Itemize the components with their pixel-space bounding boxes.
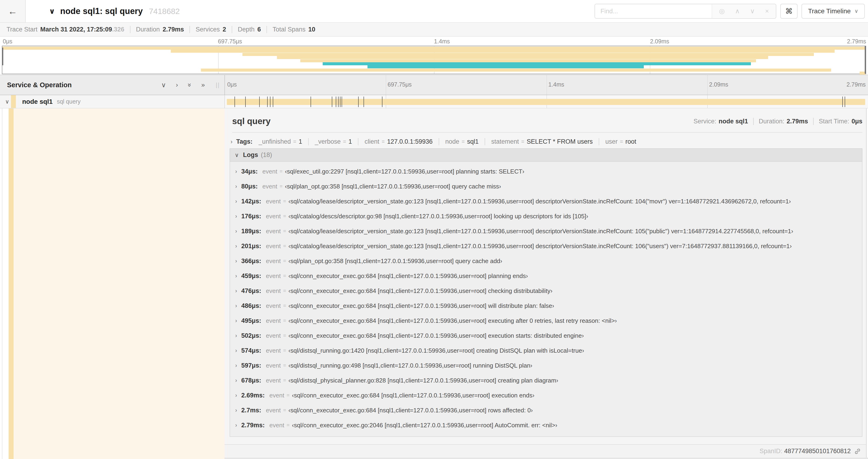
log-entry-row[interactable]: › 142μs: event = ‹sql/catalog/lease/desc… — [230, 194, 862, 209]
range-scrubber-left[interactable] — [2, 47, 3, 65]
equals-sign: = — [283, 333, 286, 339]
equals-sign: = — [283, 213, 286, 219]
timeline-tick: 1.4ms — [548, 81, 564, 88]
span-meta-item: Service: node sql1 — [693, 118, 748, 125]
log-field-key: event — [266, 377, 281, 384]
log-entry-row[interactable]: › 486μs: event = ‹sql/conn_executor_exec… — [230, 298, 862, 313]
log-entry-row[interactable]: › 176μs: event = ‹sql/catalog/descs/desc… — [230, 209, 862, 224]
prev-result-icon[interactable]: ∧ — [735, 8, 740, 14]
chevron-right-icon: › — [235, 407, 237, 414]
log-entry-row[interactable]: › 2.69ms: event = ‹sql/conn_executor_exe… — [230, 388, 862, 403]
log-field-value: ‹sql/distsql_running.go:1420 [nsql1,clie… — [288, 347, 584, 354]
log-field-value: ‹sql/conn_executor_exec.go:684 [nsql1,cl… — [292, 392, 534, 399]
log-entry-row[interactable]: › 678μs: event = ‹sql/distsql_physical_p… — [230, 373, 862, 388]
log-timestamp: 366μs: — [241, 258, 261, 265]
span-meta-item: Start Time: 0μs — [813, 118, 862, 125]
log-entry-row[interactable]: › 189μs: event = ‹sql/catalog/lease/desc… — [230, 224, 862, 239]
summary-value: 2.79ms — [163, 26, 184, 33]
chevron-right-icon: › — [235, 288, 237, 294]
tag-item: _verbose = 1 — [308, 138, 352, 145]
view-selector-label: Trace Timeline — [808, 7, 851, 15]
log-entry-row[interactable]: › 502μs: event = ‹sql/conn_executor_exec… — [230, 328, 862, 343]
log-field-value: ‹sql/distsql_physical_planner.go:828 [ns… — [288, 377, 558, 384]
span-color-strip — [9, 108, 13, 459]
minimap-tick: 697.75μs — [218, 38, 242, 45]
span-id-footer: SpanID: 4877749850101760812 — [224, 444, 867, 458]
top-bar: ← ∨ node sql1: sql query 7418682 ◎ ∧ ∨ ×… — [0, 0, 868, 22]
span-meta-item: Duration: 2.79ms — [753, 118, 808, 125]
equals-sign: = — [283, 303, 286, 309]
collapse-all-icon[interactable]: » — [186, 83, 193, 87]
tags-accordion-header[interactable]: › Tags: _unfinished = 1 _verbose = 1 cli… — [229, 135, 862, 148]
log-entry-row[interactable]: › 459μs: event = ‹sql/conn_executor_exec… — [230, 268, 862, 283]
tag-key: user — [605, 138, 618, 145]
logs-accordion-header[interactable]: ∨ Logs (18) — [229, 148, 862, 162]
timeline-tick: 2.09ms — [709, 81, 728, 88]
tag-key: _unfinished — [258, 138, 291, 145]
chevron-right-icon[interactable]: › — [230, 138, 232, 145]
summary-value: March 31 2022, 17:25:09 — [40, 26, 112, 33]
log-entry-row[interactable]: › 2.79ms: event = ‹sql/conn_executor_exe… — [230, 418, 862, 433]
log-marker-tick — [340, 97, 340, 107]
log-marker-tick — [358, 97, 359, 107]
log-entry-row[interactable]: › 597μs: event = ‹sql/distsql_running.go… — [230, 358, 862, 373]
trace-collapse-icon[interactable]: ∨ — [49, 7, 55, 15]
range-scrubber-right[interactable] — [865, 46, 866, 74]
deep-link-icon[interactable] — [854, 448, 861, 455]
log-field-key: event — [266, 362, 281, 369]
span-duration-bar[interactable] — [227, 99, 865, 105]
view-selector-button[interactable]: Trace Timeline ∨ — [802, 4, 865, 19]
log-timestamp: 597μs: — [241, 362, 261, 369]
shortcuts-button[interactable]: ⌘ — [780, 4, 798, 19]
log-entry-row[interactable]: › 476μs: event = ‹sql/conn_executor_exec… — [230, 283, 862, 298]
minimap-canvas[interactable] — [2, 46, 866, 74]
log-entry-row[interactable]: › 495μs: event = ‹sql/conn_executor_exec… — [230, 313, 862, 328]
log-entry-row[interactable]: › 201μs: event = ‹sql/catalog/lease/desc… — [230, 239, 862, 254]
chevron-right-icon: › — [235, 198, 237, 204]
tag-value: 127.0.0.1:59936 — [387, 138, 433, 145]
log-marker-tick — [338, 97, 339, 107]
summary-item: Duration 2.79ms — [130, 26, 184, 33]
minimap-tick-labels: 0μs 697.75μs 1.4ms 2.09ms 2.79ms — [2, 38, 866, 45]
back-button[interactable]: ← — [0, 0, 26, 22]
span-meta-value: 0μs — [851, 118, 862, 125]
clear-icon[interactable]: × — [765, 8, 769, 14]
chevron-right-icon: › — [235, 332, 237, 339]
span-collapse-icon[interactable]: ∨ — [5, 98, 9, 105]
next-result-icon[interactable]: ∨ — [750, 8, 755, 14]
find-input[interactable] — [595, 4, 712, 18]
chevron-right-icon: › — [235, 183, 237, 190]
span-row[interactable]: ∨ node sql1 sql query — [0, 95, 868, 108]
log-entry-row[interactable]: › 80μs: event = ‹sql/plan_opt.go:358 [ns… — [230, 179, 862, 194]
expand-all-icon[interactable]: » — [201, 81, 205, 89]
locate-icon[interactable]: ◎ — [719, 8, 725, 14]
log-marker-tick — [267, 97, 268, 107]
column-resizer-handle[interactable]: || — [216, 81, 220, 89]
log-entry-row[interactable]: › 2.7ms: event = ‹sql/conn_executor_exec… — [230, 403, 862, 418]
equals-sign: = — [293, 138, 296, 145]
equals-sign: = — [620, 138, 623, 145]
log-entry-row[interactable]: › 34μs: event = ‹sql/exec_util.go:2297 [… — [230, 164, 862, 179]
log-entry-row[interactable]: › 366μs: event = ‹sql/plan_opt.go:358 [n… — [230, 254, 862, 268]
span-operation-name: sql query — [57, 98, 81, 105]
minimap-span-bar — [201, 69, 831, 72]
log-field-key: event — [266, 332, 281, 339]
timeline-gridline — [707, 75, 708, 95]
log-field-value: ‹sql/catalog/lease/descriptor_version_st… — [288, 228, 793, 235]
equals-sign: = — [280, 183, 283, 189]
summary-label: Trace Start — [6, 26, 37, 33]
log-timestamp: 34μs: — [241, 168, 258, 175]
log-entry-row[interactable]: › 574μs: event = ‹sql/distsql_running.go… — [230, 343, 862, 358]
tag-value: sql1 — [467, 138, 479, 145]
expand-one-icon[interactable]: › — [176, 81, 178, 89]
log-field-key: event — [266, 317, 281, 324]
minimap-span-bar — [171, 50, 835, 53]
log-field-key: event — [266, 287, 281, 295]
trace-minimap: 0μs 697.75μs 1.4ms 2.09ms 2.79ms — [0, 37, 868, 75]
collapse-one-icon[interactable]: ∨ — [161, 81, 166, 89]
chevron-down-icon[interactable]: ∨ — [235, 152, 239, 158]
tag-value: 1 — [348, 138, 352, 145]
minimap-tick: 2.09ms — [650, 38, 669, 45]
log-field-value: ‹sql/plan_opt.go:358 [nsql1,client=127.0… — [285, 183, 501, 190]
equals-sign: = — [283, 288, 286, 294]
